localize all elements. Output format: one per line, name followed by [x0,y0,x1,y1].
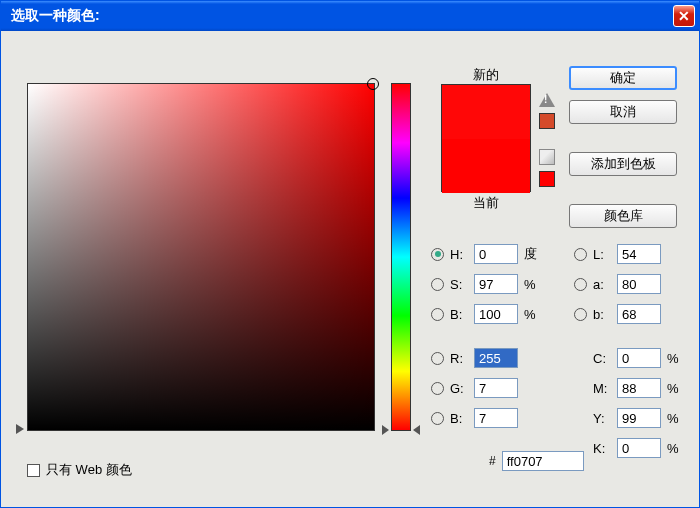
input-a[interactable] [617,274,661,294]
close-button[interactable]: ✕ [673,5,695,27]
saturation-value-picker[interactable] [27,83,375,431]
close-icon: ✕ [678,8,690,24]
sv-arrow-icon [16,424,24,434]
radio-h[interactable] [431,248,444,261]
label-s: S: [450,277,470,292]
web-only-checkbox[interactable] [27,464,40,477]
titlebar[interactable]: 选取一种颜色: ✕ [1,1,699,31]
sv-marker[interactable] [367,78,379,90]
input-k[interactable] [617,438,661,458]
radio-s[interactable] [431,278,444,291]
label-l: L: [593,247,613,262]
value-fields: H: 度 L: S: % a: B: [431,239,685,463]
label-k: K: [593,441,613,456]
unit-percent-s: % [524,277,542,292]
gamut-warning-icon[interactable] [539,93,555,107]
gamut-swatch[interactable] [539,113,555,129]
label-current: 当前 [441,194,531,212]
warning-column [539,93,555,187]
label-m: M: [593,381,613,396]
content-area: 新的 当前 确定 取消 添加到色板 颜色库 H: [1,31,699,507]
input-b-hsb[interactable] [474,304,518,324]
websafe-swatch[interactable] [539,171,555,187]
preview-new-color [442,85,530,139]
radio-l[interactable] [574,248,587,261]
web-only-row: 只有 Web 颜色 [27,461,132,479]
radio-g[interactable] [431,382,444,395]
hex-row: # [489,451,584,471]
radio-r[interactable] [431,352,444,365]
radio-b-hsb[interactable] [431,308,444,321]
label-b-lab: b: [593,307,613,322]
label-b-rgb: B: [450,411,470,426]
input-r[interactable] [474,348,518,368]
preview-box [441,84,531,192]
input-b-lab[interactable] [617,304,661,324]
radio-b-lab[interactable] [574,308,587,321]
input-hex[interactable] [502,451,584,471]
hue-slider[interactable] [391,83,411,431]
input-b-rgb[interactable] [474,408,518,428]
input-m[interactable] [617,378,661,398]
hue-arrow-right-icon [413,425,420,435]
unit-percent-c: % [667,351,685,366]
input-h[interactable] [474,244,518,264]
color-picker-dialog: 选取一种颜色: ✕ 新的 当前 [0,0,700,508]
title-text: 选取一种颜色: [11,7,100,25]
label-g: G: [450,381,470,396]
add-swatch-button[interactable]: 添加到色板 [569,152,677,176]
button-column: 确定 取消 添加到色板 颜色库 [569,66,677,228]
label-b-hsb: B: [450,307,470,322]
unit-percent-k: % [667,441,685,456]
web-only-label: 只有 Web 颜色 [46,461,132,479]
unit-percent-b: % [524,307,542,322]
label-c: C: [593,351,613,366]
color-lib-button[interactable]: 颜色库 [569,204,677,228]
unit-degree: 度 [524,245,542,263]
unit-percent-y: % [667,411,685,426]
radio-a[interactable] [574,278,587,291]
hash-label: # [489,454,496,468]
label-h: H: [450,247,470,262]
label-r: R: [450,351,470,366]
label-a: a: [593,277,613,292]
input-y[interactable] [617,408,661,428]
ok-button[interactable]: 确定 [569,66,677,90]
websafe-warning-icon[interactable] [539,149,555,165]
input-l[interactable] [617,244,661,264]
input-g[interactable] [474,378,518,398]
label-new: 新的 [441,66,531,84]
input-s[interactable] [474,274,518,294]
cancel-button[interactable]: 取消 [569,100,677,124]
preview-current-color[interactable] [442,139,530,193]
label-y: Y: [593,411,613,426]
input-c[interactable] [617,348,661,368]
hue-arrow-left-icon [382,425,389,435]
unit-percent-m: % [667,381,685,396]
preview-area: 新的 当前 [441,66,531,212]
radio-b-rgb[interactable] [431,412,444,425]
